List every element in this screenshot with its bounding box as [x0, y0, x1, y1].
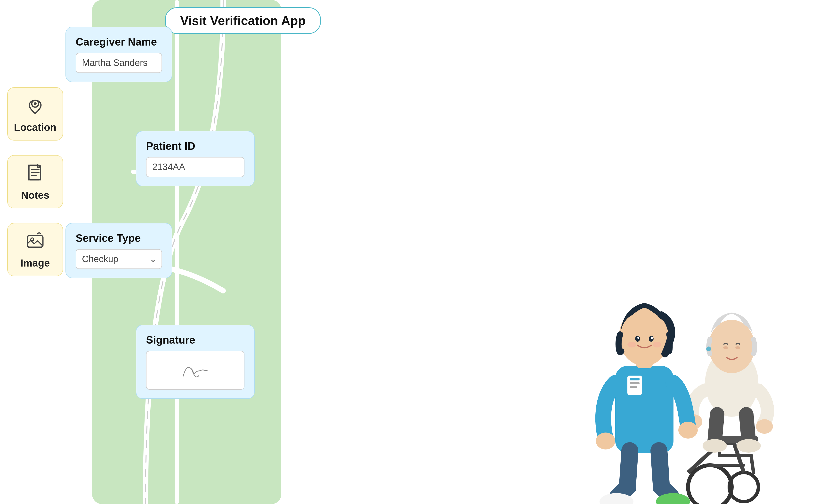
signature-card: Signature: [136, 325, 255, 399]
patient-id-title: Patient ID: [146, 140, 245, 152]
caregiver-name-input[interactable]: [76, 53, 162, 73]
illustration: [545, 104, 800, 504]
svg-point-27: [678, 422, 698, 439]
caregiver-name-title: Caregiver Name: [76, 36, 162, 48]
svg-point-18: [723, 346, 728, 349]
svg-point-26: [596, 433, 615, 449]
sidebar-item-image[interactable]: Image: [7, 223, 63, 276]
signature-area[interactable]: [146, 351, 245, 390]
svg-point-8: [688, 465, 732, 504]
svg-point-16: [709, 320, 755, 373]
service-type-select[interactable]: Checkup Follow-up Emergency Routine: [76, 249, 162, 269]
svg-point-17: [706, 347, 711, 351]
svg-point-33: [637, 337, 639, 339]
svg-point-19: [735, 346, 740, 349]
location-icon: [25, 95, 45, 117]
patient-id-card: Patient ID: [136, 131, 255, 186]
svg-point-15: [737, 439, 761, 453]
notes-icon: [25, 163, 45, 185]
svg-rect-20: [615, 366, 674, 453]
patient-id-input[interactable]: [146, 157, 245, 177]
svg-point-36: [653, 342, 661, 347]
sidebar-item-notes[interactable]: Notes: [7, 155, 63, 208]
sidebar-label-image: Image: [20, 257, 50, 269]
signature-title: Signature: [146, 334, 245, 346]
image-icon: [25, 231, 45, 253]
signature-svg: [178, 358, 212, 382]
svg-point-35: [628, 342, 636, 347]
sidebar-item-location[interactable]: Location: [7, 87, 63, 141]
service-type-title: Service Type: [76, 232, 162, 244]
svg-point-14: [703, 439, 727, 453]
app-title: Visit Verification App: [165, 7, 321, 34]
svg-point-32: [649, 336, 654, 342]
svg-point-1: [34, 102, 37, 105]
caregiver-name-card: Caregiver Name: [65, 27, 172, 82]
svg-point-31: [635, 336, 640, 342]
svg-point-13: [756, 419, 773, 434]
svg-point-34: [651, 337, 653, 339]
sidebar-label-notes: Notes: [21, 189, 49, 201]
sidebar-label-location: Location: [14, 122, 56, 133]
service-type-card: Service Type Checkup Follow-up Emergency…: [65, 223, 172, 278]
sidebar: Location Notes Image: [7, 87, 63, 276]
service-type-select-wrapper: Checkup Follow-up Emergency Routine ⌄: [76, 249, 162, 269]
svg-rect-22: [630, 378, 640, 380]
svg-rect-23: [630, 382, 640, 384]
svg-rect-24: [630, 386, 637, 388]
